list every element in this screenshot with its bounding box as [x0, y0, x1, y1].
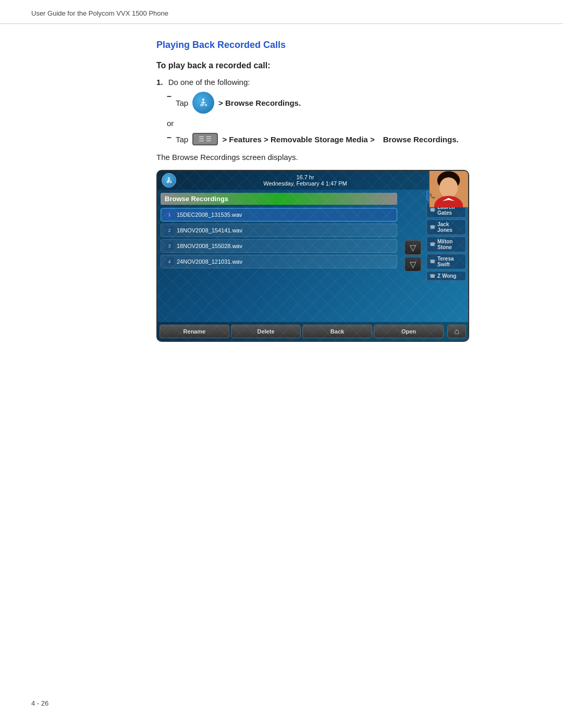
- page-footer: 4 - 26: [31, 699, 48, 707]
- file-name: 24NOV2008_121031.wav: [177, 258, 242, 265]
- avatar: [429, 171, 468, 207]
- file-number: 1: [165, 211, 174, 219]
- file-name: 18NOV2008_154141.wav: [177, 227, 242, 233]
- section-title: Playing Back Recorded Calls: [156, 40, 532, 51]
- dash-2: –: [167, 133, 172, 142]
- file-number: 2: [165, 226, 174, 235]
- page-header: User Guide for the Polycom VVX 1500 Phon…: [0, 0, 563, 24]
- option-1-row: – Tap > Browse Recordings.: [167, 92, 532, 114]
- step-1-block: 1. Do one of the following:: [156, 78, 532, 87]
- dash-1: –: [167, 92, 172, 101]
- contact-icon: ☎: [430, 225, 435, 230]
- usb-symbol: [198, 97, 209, 108]
- svg-rect-3: [201, 104, 203, 106]
- contact-button[interactable]: ☎Teresa Swift: [426, 254, 466, 269]
- header-text: User Guide for the Polycom VVX 1500 Phon…: [31, 9, 168, 17]
- svg-point-7: [439, 177, 458, 198]
- screen-caption: The Browse Recordings screen displays.: [156, 153, 532, 162]
- file-number: 3: [165, 242, 174, 250]
- page-number: 4 - 26: [31, 699, 48, 707]
- contact-icon: ☎: [430, 242, 435, 247]
- file-number: 4: [165, 257, 174, 266]
- tap-label-2: Tap: [176, 135, 188, 144]
- browse-recordings-label: > Browse Recordings.: [218, 98, 301, 107]
- step1-text: Do one of the following:: [168, 78, 250, 87]
- features-label: > Features > Removable Storage Media >: [222, 135, 374, 144]
- menu-button-icon[interactable]: ☰ ☰: [192, 133, 218, 145]
- tap-row-2: Tap ☰ ☰ > Features > Removable Storage M…: [176, 133, 459, 145]
- contact-icon: ☎: [430, 207, 435, 213]
- bottom-action-bar: RenameDeleteBackOpen⌂: [157, 322, 468, 341]
- contact-name: Teresa Swift: [437, 256, 463, 267]
- file-list: 115DEC2008_131535.wav218NOV2008_154141.w…: [161, 208, 397, 322]
- page-content: Playing Back Recorded Calls To play back…: [0, 24, 563, 363]
- right-panel: 📞1952☎Lauren Gates☎Jack Jones☎Milton Sto…: [425, 190, 468, 322]
- file-name: 15DEC2008_131535.wav: [177, 212, 242, 218]
- contact-name: Z Wong: [437, 273, 456, 279]
- tap-label-1: Tap: [176, 98, 188, 107]
- svg-point-4: [205, 104, 207, 106]
- svg-point-0: [202, 98, 204, 101]
- action-button[interactable]: Back: [302, 325, 372, 338]
- or-text: or: [167, 119, 532, 128]
- home-button[interactable]: ⌂: [447, 325, 466, 338]
- date-display: Wednesday, February 4 1:47 PM: [263, 180, 347, 187]
- usb-icon[interactable]: [192, 92, 214, 114]
- top-bar-hours: 16.7 hr Wednesday, February 4 1:47 PM: [263, 174, 347, 187]
- action-button[interactable]: Rename: [160, 325, 229, 338]
- avatar-svg: [430, 171, 468, 207]
- phone-screen: 16.7 hr Wednesday, February 4 1:47 PM 19…: [156, 170, 469, 342]
- svg-rect-13: [167, 181, 168, 182]
- arrow-down-btn[interactable]: ▽: [405, 257, 421, 272]
- arrow-up-btn[interactable]: ▽: [405, 240, 421, 255]
- contact-icon: 📞: [430, 193, 435, 199]
- file-item[interactable]: 115DEC2008_131535.wav: [161, 208, 397, 221]
- contact-button[interactable]: ☎Milton Stone: [426, 237, 466, 252]
- avatar-image: [430, 171, 468, 207]
- main-panel: Browse Recordings 115DEC2008_131535.wav2…: [157, 190, 400, 322]
- svg-point-14: [170, 181, 172, 182]
- contact-name: Milton Stone: [437, 239, 463, 250]
- tap-row-1: Tap > Browse Recordings.: [176, 92, 301, 114]
- file-item[interactable]: 318NOV2008_155028.wav: [161, 239, 397, 253]
- file-name: 18NOV2008_155028.wav: [177, 243, 242, 249]
- file-item[interactable]: 218NOV2008_154141.wav: [161, 224, 397, 237]
- contact-icon: ☎: [430, 274, 435, 279]
- usb-icon-small: [162, 173, 176, 188]
- usb-small-symbol: [165, 176, 173, 184]
- action-button[interactable]: Delete: [231, 325, 301, 338]
- top-status-bar: 16.7 hr Wednesday, February 4 1:47 PM 19…: [157, 171, 468, 190]
- step-number: 1.: [156, 78, 163, 87]
- browse-title-bar: Browse Recordings: [161, 193, 397, 205]
- contact-icon: ☎: [430, 259, 435, 264]
- svg-point-10: [168, 177, 170, 179]
- contact-name: Jack Jones: [437, 221, 463, 233]
- contact-button[interactable]: ☎Z Wong: [426, 271, 466, 281]
- screen-body: Browse Recordings 115DEC2008_131535.wav2…: [157, 190, 468, 322]
- file-item[interactable]: 424NOV2008_121031.wav: [161, 255, 397, 268]
- option-2-row: – Tap ☰ ☰ > Features > Removable Storage…: [167, 133, 532, 145]
- nav-arrows: ▽ ▽: [400, 190, 425, 322]
- browse-recordings-2: Browse Recordings.: [383, 135, 459, 144]
- action-button[interactable]: Open: [374, 325, 444, 338]
- hours-display: 16.7 hr: [296, 174, 314, 180]
- subsection-title: To play back a recorded call:: [156, 61, 532, 70]
- top-bar-left: [162, 173, 176, 188]
- contact-button[interactable]: ☎Jack Jones: [426, 219, 466, 235]
